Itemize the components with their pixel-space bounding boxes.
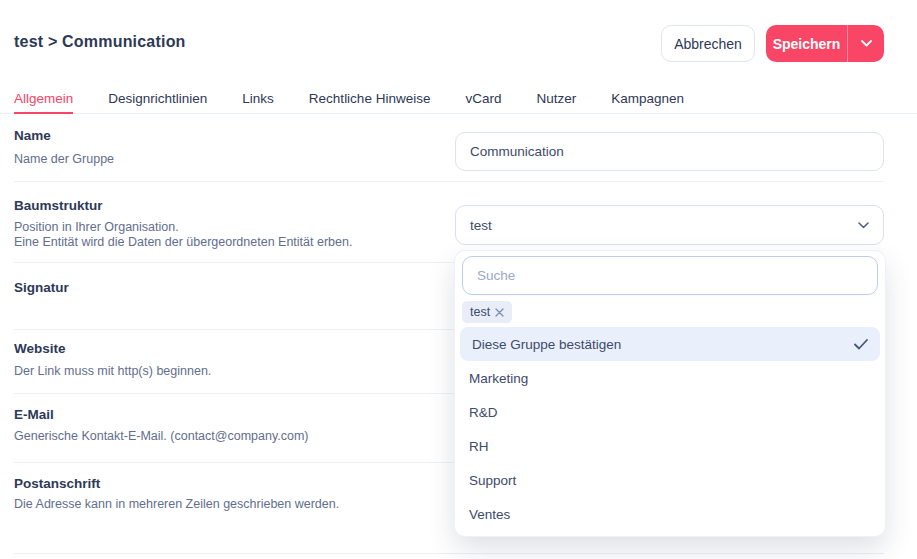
chevron-down-icon <box>858 222 869 229</box>
save-options-button[interactable] <box>848 25 884 62</box>
option-marketing[interactable]: Marketing <box>455 361 885 395</box>
field-help-email: Generische Kontakt-E-Mail. (contact@comp… <box>14 429 309 443</box>
chevron-down-icon <box>861 40 872 47</box>
name-input[interactable] <box>455 132 884 171</box>
field-label-baumstruktur: Baumstruktur <box>14 198 103 213</box>
option-label: Diese Gruppe bestätigen <box>472 337 621 352</box>
field-label-website: Website <box>14 341 66 356</box>
save-split-button[interactable]: Speichern <box>766 25 884 62</box>
remove-tag-icon[interactable] <box>495 308 504 317</box>
page-title: test > Communication <box>14 33 186 51</box>
option-label: Marketing <box>469 371 528 386</box>
option-diese-gruppe-bestaetigen[interactable]: Diese Gruppe bestätigen <box>460 327 880 361</box>
field-label-email: E-Mail <box>14 407 54 422</box>
selected-tag[interactable]: test <box>462 301 512 323</box>
field-help-postanschrift: Die Adresse kann in mehreren Zeilen gesc… <box>14 497 339 511</box>
option-list: Diese Gruppe bestätigen Marketing R&D RH… <box>455 327 885 531</box>
field-label-postanschrift: Postanschrift <box>14 476 100 491</box>
option-rh[interactable]: RH <box>455 429 885 463</box>
option-support[interactable]: Support <box>455 463 885 497</box>
cancel-button[interactable]: Abbrechen <box>661 25 755 62</box>
tab-kampagnen[interactable]: Kampagnen <box>611 86 684 114</box>
option-rd[interactable]: R&D <box>455 395 885 429</box>
group-settings-page: test > Communication Abbrechen Speichern… <box>0 0 917 559</box>
option-label: Support <box>469 473 516 488</box>
search-input[interactable] <box>462 256 878 295</box>
tree-select-dropdown: test Diese Gruppe bestätigen Marketing R… <box>455 251 885 536</box>
field-help-baumstruktur-1: Position in Ihrer Organisation. <box>14 220 179 234</box>
tab-allgemein[interactable]: Allgemein <box>14 86 73 114</box>
tab-bar: Allgemein Designrichtlinien Links Rechtl… <box>0 86 917 114</box>
field-label-name: Name <box>14 128 51 143</box>
field-label-signatur: Signatur <box>14 280 69 295</box>
save-button[interactable]: Speichern <box>766 25 847 62</box>
option-label: RH <box>469 439 489 454</box>
tree-select-value: test <box>470 218 492 233</box>
option-label: R&D <box>469 405 498 420</box>
row-divider <box>14 181 884 182</box>
option-label: Ventes <box>469 507 510 522</box>
tab-nutzer[interactable]: Nutzer <box>536 86 576 114</box>
tab-rechtliche-hinweise[interactable]: Rechtliche Hinweise <box>309 86 431 114</box>
field-help-name: Name der Gruppe <box>14 152 114 166</box>
tree-select[interactable]: test <box>455 205 884 245</box>
row-divider <box>14 553 884 554</box>
tab-designrichtlinien[interactable]: Designrichtlinien <box>108 86 207 114</box>
field-help-baumstruktur-2: Eine Entität wird die Daten der übergeor… <box>14 235 352 249</box>
field-help-website: Der Link muss mit http(s) beginnen. <box>14 364 211 378</box>
option-ventes[interactable]: Ventes <box>455 497 885 531</box>
tab-vcard[interactable]: vCard <box>465 86 501 114</box>
tab-links[interactable]: Links <box>242 86 274 114</box>
selected-tag-label: test <box>470 305 490 319</box>
check-icon <box>854 339 868 350</box>
